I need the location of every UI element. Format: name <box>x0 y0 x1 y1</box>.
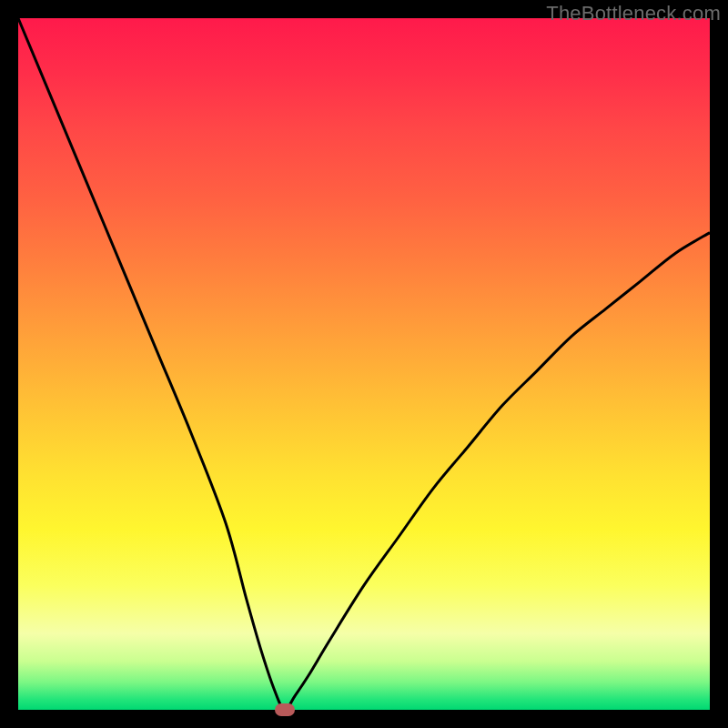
minimum-marker <box>275 703 295 716</box>
plot-area <box>18 18 710 710</box>
bottleneck-curve <box>18 18 710 710</box>
chart-frame: TheBottleneck.com <box>0 0 728 728</box>
watermark-text: TheBottleneck.com <box>546 2 721 25</box>
